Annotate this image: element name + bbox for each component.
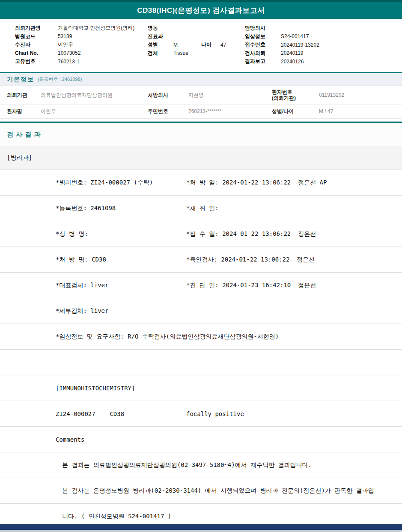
result-row-comment: 본 결과는 의료법인삼광의료재단삼광의원(02-3497-5180~4)에서 재… [0, 452, 402, 478]
field-value: 10073052 [58, 50, 80, 56]
field-label: 의뢰기관명 [15, 24, 58, 32]
patient-header: 의뢰기관명 가톨릭대학교 인천성모병원(병리) 병원코드 53139 수진자 이… [0, 19, 402, 72]
result-row-comment: 본 검사는 은평성모병원 병리과(02-2030-3144) 에서 시행되었으며… [0, 478, 402, 504]
field-label: 진료과 [148, 33, 173, 40]
field-value-age: 47 [220, 42, 226, 48]
field-label: 병원코드 [15, 33, 58, 40]
result-left: *등록번호: 2461098 [56, 205, 186, 212]
field-value: 20240119 [281, 50, 304, 56]
department-label: [병리과] [7, 154, 32, 162]
field-attending-doctor: 담당의사 [245, 24, 319, 33]
result-row: *대표검체: liver *진 단 일: 2024-01-23 16:42:10… [0, 273, 402, 298]
result-left: 니다. ( 인천성모병원 S24-001417 ) [62, 513, 186, 520]
field-value: 53139 [58, 33, 72, 39]
basic-label-patient-no-line1: 환자번호 [272, 89, 292, 95]
result-row: *세부검체: liver [0, 298, 402, 324]
field-hospital-code: 병원코드 53139 [15, 33, 134, 41]
result-left: ZI24-000027 CD38 [56, 410, 186, 417]
basic-value-patient-name: 이인우 [41, 104, 148, 118]
result-row-test-result: ZI24-000027 CD38 focally positive [0, 401, 402, 427]
field-label: 고유번호 [15, 58, 58, 65]
field-chart-no: Chart No. 10073052 [15, 49, 134, 58]
field-test-request-date: 검사의뢰 20240119 [245, 49, 319, 58]
field-value: 20240126 [281, 59, 304, 65]
basic-label-patient-no: 환자번호 (의뢰기관) [272, 86, 319, 104]
spacer [0, 119, 402, 122]
result-left: *대표검체: liver [56, 282, 186, 289]
basic-value-resident-no: 760213-******* [188, 104, 272, 118]
basic-label-sex-age: 성별/나이 [272, 104, 319, 118]
field-label: 접수번호 [245, 41, 281, 48]
basic-value-requesting-org: 의료법인삼광의료재단삼광의원 [41, 86, 148, 104]
field-specimen: 검체 Tissue [148, 49, 226, 58]
report-title-bar: CD38(IHC)(은평성모) 검사결과보고서 [0, 2, 402, 19]
field-unique-no: 고유번호 760213-1 [15, 57, 134, 66]
basic-value-prescribing-doctor: 지현영 [188, 86, 272, 104]
basic-label-prescribing-doctor: 처방의사 [148, 86, 188, 104]
field-label-age: 나이 [201, 41, 220, 48]
basic-label-patient-name: 환자명 [0, 104, 41, 118]
basic-label-patient-no-line2: (의뢰기관) [272, 95, 296, 101]
field-label: 담당의사 [245, 24, 281, 32]
field-value: Tissue [173, 50, 188, 56]
result-right: focally positive [186, 410, 402, 417]
result-left: *처 방 명: CD38 [56, 256, 186, 264]
result-row: *처 방 명: CD38 *육안검사: 2024-01-22 13:06:22 … [0, 247, 402, 273]
field-value: 가톨릭대학교 인천성모병원(병리) [58, 24, 134, 32]
result-left: [IMMUNOHISTOCHEMISTRY] [56, 385, 186, 392]
result-row-comments-header: Comments [0, 427, 402, 452]
report-title: CD38(IHC)(은평성모) 검사결과보고서 [137, 6, 265, 15]
field-label: Chart No. [15, 50, 58, 56]
field-value: 이인우 [58, 41, 73, 48]
basic-label-requesting-org: 의뢰기관 [0, 86, 41, 104]
result-row: *등록번호: 2461098 *채 취 일: [0, 196, 402, 221]
result-right: *육안검사: 2024-01-22 13:06:22 정은선 [186, 256, 402, 264]
basic-info-registration-no: (등록번호 : 2461098) [38, 76, 82, 83]
footer-bar [0, 524, 402, 530]
result-left: Comments [56, 436, 186, 443]
basic-info-row: 환자명 이인우 주민번호 760213-******* 성별/나이 M / 47 [0, 104, 402, 119]
basic-value-patient-no: 011913202 [319, 86, 402, 104]
footer-strip [0, 530, 402, 532]
report-page: { "colors": { "teal_accent": "#00797B", … [0, 0, 402, 532]
result-row: *상 병 명: - *접 수 일: 2024-01-22 13:06:22 정은… [0, 221, 402, 247]
field-examinee: 수진자 이인우 [15, 41, 134, 49]
result-left: 본 결과는 의료법인삼광의료재단삼광의원(02-3497-5180~4)에서 재… [62, 461, 186, 469]
result-left: *병리번호: ZI24-000027 (수탁) [56, 179, 186, 187]
basic-info-row: 의뢰기관 의료법인삼광의료재단삼광의원 처방의사 지현영 환자번호 (의뢰기관)… [0, 86, 402, 104]
results-section-header: 검 사 결 과 [0, 123, 402, 146]
field-label: 임상정보 [245, 33, 281, 40]
result-left: 본 검사는 은평성모병원 병리과(02-2030-3144) 에서 시행되었으며… [62, 487, 186, 495]
result-left: *상 병 명: - [56, 230, 186, 238]
result-row: *병리번호: ZI24-000027 (수탁) *처 방 일: 2024-01-… [0, 170, 402, 196]
field-sex-age: 성별 M 나이 47 [148, 41, 226, 49]
field-result-report-date: 결과보고 20240126 [245, 57, 319, 66]
field-label: 수진자 [15, 41, 58, 48]
result-left: *임상정보 및 요구사항: R/O 수탁검사(의료법인삼광의료재단삼광의원-지현… [56, 333, 186, 341]
patient-header-col-middle: 병동 진료과 성별 M 나이 47 검체 Tissue [148, 24, 226, 57]
field-value: 20240119-13202 [281, 42, 319, 48]
results-section-title: 검 사 결 과 [7, 131, 41, 139]
basic-info-title: 기본정보 [7, 76, 34, 83]
field-requesting-org: 의뢰기관명 가톨릭대학교 인천성모병원(병리) [15, 24, 134, 33]
field-label: 결과보고 [245, 58, 281, 65]
field-label: 성별 [148, 41, 173, 48]
field-ward: 병동 [148, 24, 226, 33]
basic-info-section-header: 기본정보 (등록번호 : 2461098) [0, 73, 402, 86]
result-right: *채 취 일: [186, 205, 402, 212]
patient-header-col-right: 담당의사 임상정보 S24-001417 접수번호 20240119-13202… [245, 24, 319, 66]
field-label: 검체 [148, 50, 173, 57]
result-right: *접 수 일: 2024-01-22 13:06:22 정은선 [186, 230, 402, 238]
basic-label-resident-no: 주민번호 [148, 104, 188, 118]
field-value: 760213-1 [58, 59, 80, 65]
basic-value-sex-age: M / 47 [319, 104, 402, 118]
patient-header-col-left: 의뢰기관명 가톨릭대학교 인천성모병원(병리) 병원코드 53139 수진자 이… [15, 24, 134, 66]
field-receipt-no: 접수번호 20240119-13202 [245, 41, 319, 49]
field-value: S24-001417 [281, 33, 309, 39]
field-department: 진료과 [148, 33, 226, 41]
result-row-empty [0, 350, 402, 375]
field-value-sex: M [173, 42, 201, 48]
field-label: 병동 [148, 24, 173, 32]
result-right: *진 단 일: 2024-01-23 16:42:10 정은선 [186, 282, 402, 289]
result-row: *임상정보 및 요구사항: R/O 수탁검사(의료법인삼광의료재단삼광의원-지현… [0, 324, 402, 350]
